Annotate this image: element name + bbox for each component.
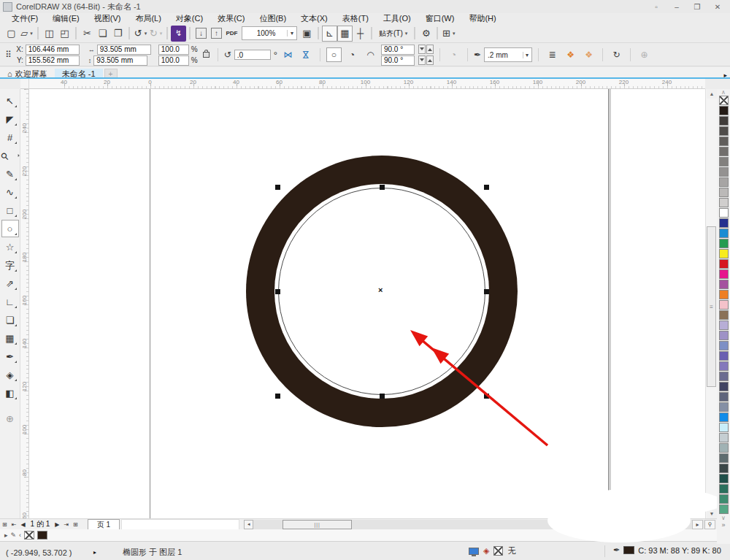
scale-y-field[interactable] [158, 55, 189, 66]
horizontal-scroll-thumb[interactable]: ||| [283, 520, 352, 529]
rectangle-tool[interactable]: □ [1, 202, 19, 219]
palette-swatch[interactable] [719, 249, 729, 258]
add-page-button[interactable]: ⊞ [0, 521, 9, 528]
fullscreen-preview-button[interactable]: ▣ [299, 26, 315, 42]
menu-item[interactable]: 帮助(H) [461, 13, 503, 24]
palette-swatch[interactable] [719, 208, 729, 218]
menu-item[interactable]: 效果(C) [210, 13, 252, 24]
palette-swatch[interactable] [719, 157, 729, 166]
palette-swatch[interactable] [719, 116, 729, 126]
menu-item[interactable]: 布局(L) [128, 13, 168, 24]
change-direction-button[interactable]: ◔ [446, 47, 461, 62]
menu-item[interactable]: 表格(T) [335, 13, 376, 24]
mirror-horizontal-button[interactable]: ⋈ [280, 47, 296, 62]
palette-swatch[interactable] [719, 126, 729, 136]
palette-swatch[interactable] [719, 453, 729, 463]
palette-swatch[interactable] [719, 392, 729, 402]
text-tool[interactable]: 字 [1, 256, 19, 274]
palette-flyout-icon[interactable]: ▸ [4, 532, 8, 539]
palette-swatch[interactable] [719, 239, 729, 248]
account-icon[interactable]: ▫ [651, 3, 661, 11]
vertical-scroll-thumb[interactable]: ≡ [707, 226, 716, 387]
pie-mode-button[interactable]: ◔ [345, 47, 360, 62]
menu-item[interactable]: 工具(O) [376, 13, 418, 24]
add-preset-button[interactable]: ⊕ [637, 47, 652, 62]
spin-down-button[interactable] [418, 45, 426, 54]
palette-swatch[interactable] [719, 269, 729, 279]
menu-item[interactable]: 视图(V) [87, 13, 128, 24]
palette-swatch[interactable] [719, 198, 729, 207]
object-center-mark[interactable]: × [378, 285, 383, 294]
palette-swatch[interactable] [719, 372, 729, 381]
palette-swatch[interactable] [719, 290, 729, 299]
save-button[interactable]: ◫ [42, 26, 57, 42]
palette-swatch[interactable] [719, 484, 729, 494]
restore-button[interactable]: ❐ [692, 3, 702, 11]
palette-swatch[interactable] [719, 218, 729, 228]
drawing-canvas[interactable]: × [29, 89, 705, 518]
show-grid-button[interactable]: ▦ [337, 26, 353, 42]
search-content-button[interactable]: ↯ [171, 26, 186, 42]
status-flyout-icon[interactable]: ▸ [93, 549, 123, 556]
zoom-tool[interactable]: ⚲ [0, 143, 22, 168]
menu-item[interactable]: 文本(X) [293, 13, 335, 24]
palette-swatch[interactable] [719, 494, 729, 504]
palette-swatch[interactable] [719, 464, 729, 473]
last-page-button[interactable]: ⇥ [61, 521, 71, 528]
snap-to-combobox[interactable]: 贴齐(T) [375, 26, 411, 42]
palette-swatch[interactable] [719, 300, 729, 310]
bspline-tool[interactable]: ∿ [1, 183, 19, 201]
pick-tool[interactable]: ↖ [1, 92, 19, 110]
ellipse-tool[interactable]: ○ [1, 220, 19, 237]
palette-eyedropper-icon[interactable]: ✎ [11, 532, 17, 539]
smart-fill-tool[interactable]: ◧ [1, 384, 19, 402]
scroll-up-button[interactable]: ▲ [707, 89, 717, 99]
palette-swatch[interactable] [719, 147, 729, 156]
polygon-tool[interactable]: ☆ [1, 238, 19, 256]
palette-swatch[interactable] [719, 382, 729, 391]
selection-handle-e[interactable] [484, 289, 489, 294]
zoom-level-combobox[interactable]: 100% [242, 26, 297, 40]
show-rulers-button[interactable]: ⊾ [322, 26, 337, 42]
palette-swatch[interactable] [719, 280, 729, 289]
next-page-button[interactable]: ▶ [53, 521, 61, 528]
lock-ratio-button[interactable] [203, 52, 210, 58]
copy-button[interactable]: ❏ [95, 26, 110, 42]
open-button[interactable]: ▱ [19, 26, 34, 42]
redo-button[interactable]: ↻ [148, 26, 164, 42]
selection-handle-s[interactable] [380, 394, 385, 399]
palette-swatch[interactable] [719, 402, 729, 412]
palette-swatch[interactable] [719, 106, 729, 115]
selection-handle-w[interactable] [275, 289, 280, 294]
y-position-field[interactable] [26, 55, 80, 66]
transparency-tool[interactable]: ▦ [1, 329, 19, 347]
vertical-scrollbar[interactable]: ▲ ≡ ▼ [705, 89, 717, 518]
wrap-text-button[interactable]: ≣ [545, 47, 560, 62]
shape-tool[interactable]: ◤ [1, 110, 19, 128]
interactive-fill-tool[interactable]: ◈ [1, 366, 19, 383]
selection-handle-sw[interactable] [275, 394, 280, 399]
palette-swatch[interactable] [719, 331, 729, 340]
palette-expand-icon[interactable]: » [721, 521, 725, 529]
add-page-end-button[interactable]: ⊞ [71, 521, 80, 528]
palette-swatch[interactable] [719, 167, 729, 177]
close-button[interactable]: ✕ [712, 3, 723, 11]
palette-swatch[interactable] [719, 96, 729, 105]
document-swatch-black[interactable] [37, 531, 47, 540]
menu-item[interactable]: 位图(B) [252, 13, 293, 24]
palette-swatch[interactable] [719, 443, 729, 453]
selection-handle-ne[interactable] [484, 185, 489, 190]
selection-handle-nw[interactable] [275, 185, 280, 190]
freehand-tool[interactable]: ✎ [1, 165, 19, 183]
to-back-button[interactable]: ❖ [581, 47, 596, 62]
rotation-angle-field[interactable] [234, 50, 271, 60]
document-swatch-none[interactable] [24, 531, 34, 540]
menu-item[interactable]: 对象(C) [169, 13, 210, 24]
palette-swatch[interactable] [719, 321, 729, 330]
pie-end-angle-field[interactable] [381, 55, 415, 66]
page-tab[interactable]: 页 1 [88, 519, 120, 529]
parallel-dimension-tool[interactable]: ⇗ [1, 275, 19, 292]
export-button[interactable]: ↑ [209, 26, 224, 42]
x-position-field[interactable] [26, 45, 80, 55]
palette-swatch[interactable] [719, 423, 729, 432]
